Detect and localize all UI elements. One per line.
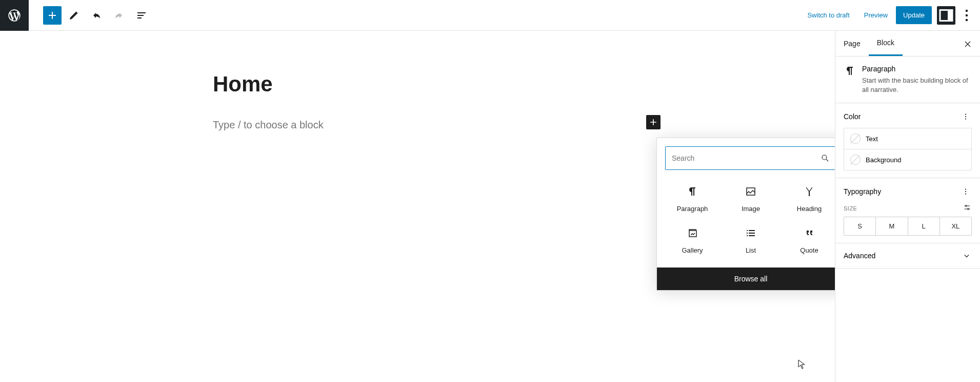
block-info: Paragraph Start with the basic building … — [835, 56, 980, 103]
panel-header-typography: Typography — [844, 185, 972, 198]
topbar-left — [0, 0, 152, 30]
svg-point-15 — [968, 208, 969, 210]
paragraph-icon — [844, 65, 856, 77]
topbar-right: Switch to draft Preview Update — [801, 0, 980, 30]
undo-button[interactable] — [86, 5, 107, 26]
inserter-search-input[interactable] — [672, 154, 821, 162]
inline-inserter-button[interactable] — [646, 115, 661, 129]
block-description: Start with the basic building block of a… — [862, 76, 972, 94]
block-item-label: Image — [742, 205, 760, 213]
preview-button[interactable]: Preview — [858, 7, 894, 23]
sidebar-tabs: Page Block — [835, 31, 980, 56]
svg-point-12 — [965, 191, 966, 192]
panel-header-color: Color — [844, 110, 972, 123]
block-item-label: Paragraph — [677, 205, 708, 213]
more-vertical-icon — [961, 187, 970, 196]
redo-icon — [113, 9, 125, 22]
update-button[interactable]: Update — [896, 6, 932, 24]
page-title[interactable]: Home — [213, 72, 835, 97]
color-heading: Color — [844, 112, 861, 121]
pencil-icon — [68, 9, 80, 22]
settings-sidebar: Page Block Paragraph Start with the basi… — [835, 31, 980, 382]
size-custom-button[interactable] — [963, 203, 972, 214]
advanced-heading: Advanced — [844, 252, 875, 260]
block-item-paragraph[interactable]: Paragraph — [663, 178, 722, 220]
block-item-image[interactable]: Image — [722, 178, 780, 220]
color-row-label: Background — [866, 156, 901, 164]
svg-point-2 — [966, 9, 968, 12]
color-rows: Text Background — [844, 128, 972, 170]
close-icon — [963, 39, 973, 49]
block-item-label: Gallery — [682, 246, 703, 254]
size-label-row: Size — [844, 203, 972, 214]
tab-block[interactable]: Block — [869, 31, 903, 56]
inserter-search — [665, 146, 836, 170]
wordpress-icon — [7, 8, 22, 23]
plus-icon — [46, 9, 58, 22]
chevron-down-icon — [962, 251, 972, 261]
block-title: Paragraph — [862, 65, 972, 73]
block-item-quote[interactable]: Quote — [780, 220, 838, 261]
size-s-button[interactable]: S — [844, 217, 875, 235]
block-item-label: Quote — [800, 246, 818, 254]
svg-point-4 — [966, 18, 968, 21]
color-panel: Color Text Background — [835, 103, 980, 178]
undo-icon — [90, 9, 103, 22]
block-placeholder-row: Type / to choose a block — [213, 119, 650, 131]
tab-page[interactable]: Page — [835, 31, 869, 56]
wordpress-logo[interactable] — [0, 0, 29, 31]
add-block-button[interactable] — [43, 6, 62, 25]
gallery-icon — [686, 227, 698, 239]
block-inserter-popover: Paragraph Image Heading Gallery List Quo… — [656, 138, 845, 291]
svg-point-5 — [822, 155, 827, 160]
color-swatch-none-icon — [850, 155, 861, 165]
svg-point-11 — [965, 189, 966, 190]
typography-heading: Typography — [844, 187, 881, 196]
svg-point-8 — [965, 114, 966, 115]
paragraph-icon — [686, 185, 698, 198]
svg-point-13 — [965, 194, 966, 195]
size-toggle-group: S M L XL — [844, 217, 972, 236]
block-info-text: Paragraph Start with the basic building … — [862, 65, 972, 94]
svg-point-10 — [965, 119, 966, 120]
more-vertical-icon — [957, 6, 976, 25]
tools-button[interactable] — [64, 5, 84, 26]
color-row-text[interactable]: Text — [844, 128, 971, 149]
block-item-heading[interactable]: Heading — [780, 178, 838, 220]
color-swatch-none-icon — [850, 133, 861, 144]
switch-to-draft-button[interactable]: Switch to draft — [801, 7, 855, 23]
color-row-background[interactable]: Background — [844, 149, 971, 170]
size-xl-button[interactable]: XL — [939, 217, 971, 235]
close-sidebar-button[interactable] — [958, 35, 977, 53]
size-label: Size — [844, 205, 857, 212]
block-placeholder[interactable]: Type / to choose a block — [213, 119, 324, 130]
sliders-icon — [963, 203, 972, 212]
redo-button[interactable] — [109, 5, 129, 26]
plus-icon — [648, 117, 658, 127]
size-l-button[interactable]: L — [908, 217, 939, 235]
settings-sidebar-toggle[interactable] — [937, 6, 955, 25]
sidebar-icon — [937, 6, 955, 25]
options-button[interactable] — [957, 6, 976, 25]
topbar: Switch to draft Preview Update — [0, 0, 980, 31]
block-item-gallery[interactable]: Gallery — [663, 220, 722, 261]
more-vertical-icon — [961, 112, 970, 121]
size-m-button[interactable]: M — [875, 217, 907, 235]
inserter-grid: Paragraph Image Heading Gallery List Quo… — [657, 178, 845, 268]
svg-point-3 — [966, 14, 968, 16]
quote-icon — [803, 227, 815, 239]
svg-point-14 — [965, 205, 967, 207]
svg-rect-1 — [948, 10, 952, 21]
typography-options-button[interactable] — [959, 185, 972, 198]
browse-all-button[interactable]: Browse all — [657, 268, 845, 290]
block-item-label: Heading — [797, 205, 822, 213]
advanced-panel[interactable]: Advanced — [835, 243, 980, 269]
heading-icon — [803, 185, 815, 198]
color-row-label: Text — [866, 135, 878, 143]
list-block-icon — [745, 227, 757, 239]
document-overview-button[interactable] — [131, 5, 152, 26]
block-item-list[interactable]: List — [722, 220, 780, 261]
list-icon — [135, 9, 148, 22]
svg-point-9 — [965, 116, 966, 117]
color-options-button[interactable] — [959, 110, 972, 123]
